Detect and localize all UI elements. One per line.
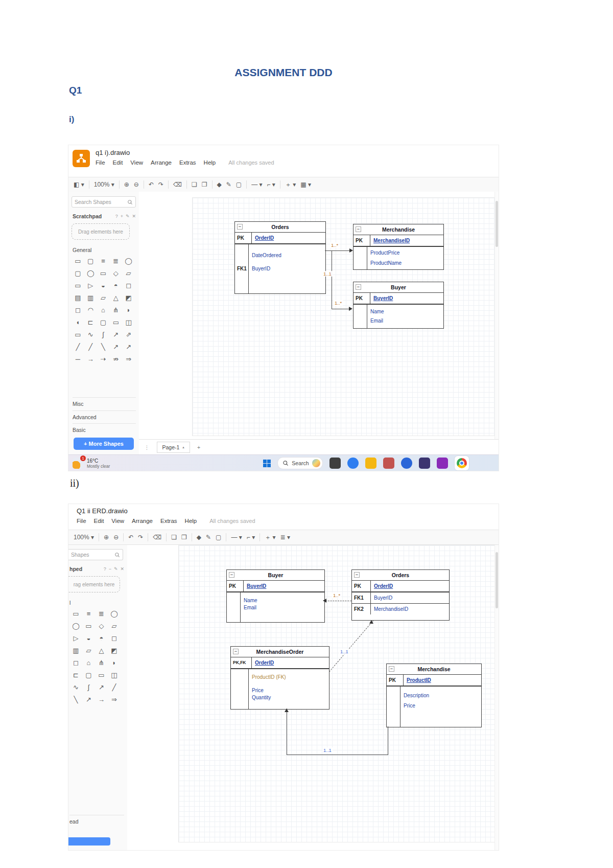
section-general[interactable]: l [69, 597, 124, 606]
line-color-button[interactable]: ✎ [226, 181, 231, 188]
shape-icon[interactable]: ∫ [97, 331, 110, 338]
shape-icon[interactable]: ∿ [69, 683, 82, 691]
fill-color-button[interactable]: ◆ [217, 181, 222, 188]
shape-search-input[interactable]: Search Shapes [72, 196, 136, 208]
menu-item[interactable]: Help [185, 518, 197, 524]
shape-icon[interactable]: ◩ [122, 294, 135, 302]
divider[interactable] [123, 533, 124, 541]
menu-item[interactable]: View [130, 159, 143, 166]
section-misc[interactable]: Misc [73, 397, 136, 407]
collapse-icon[interactable]: − [237, 224, 243, 230]
menu-item[interactable]: Edit [94, 518, 104, 524]
redo-button[interactable]: ↷ [138, 534, 143, 541]
shape-icon[interactable]: ◒ [97, 282, 110, 289]
edge-merchandise-mo-segment[interactable] [388, 726, 388, 755]
shape-icon[interactable]: ≡ [97, 257, 110, 265]
more-shapes-button-partial[interactable] [68, 837, 110, 846]
shape-icon[interactable]: ◯ [108, 610, 121, 618]
store-icon[interactable] [383, 458, 394, 469]
shape-icon[interactable]: ◗ [122, 306, 135, 314]
scratchpad-action-icon[interactable]: − [109, 566, 111, 572]
collapse-icon[interactable]: − [356, 284, 361, 290]
scratchpad-dropzone[interactable]: rag elements here [68, 576, 120, 592]
delete-button[interactable]: ⌫ [153, 534, 161, 541]
shape-icon[interactable]: ▱ [82, 647, 95, 654]
scratchpad-dropzone[interactable]: Drag elements here [72, 223, 130, 240]
shape-icon[interactable]: ◻ [122, 282, 135, 289]
section-basic[interactable]: Basic [73, 423, 136, 433]
shape-icon[interactable]: ⇏ [109, 355, 122, 363]
divider[interactable] [260, 533, 260, 541]
menu-item[interactable]: Arrange [151, 159, 172, 166]
shape-icon[interactable]: ≣ [95, 610, 108, 618]
pages-menu-icon[interactable]: ⋮ [144, 444, 150, 450]
shape-icon[interactable]: ≣ [109, 257, 122, 265]
shape-icon[interactable]: ◫ [108, 671, 121, 679]
shape-icon[interactable]: ◻ [108, 634, 121, 642]
zoom-out-button[interactable]: ⊖ [113, 534, 119, 541]
erd-table-merchandise-order[interactable]: −MerchandiseOrder PK,FK OrderID ProductI… [230, 646, 329, 710]
divider[interactable] [144, 180, 144, 189]
shape-icon[interactable]: ▭ [95, 671, 108, 679]
shape-icon[interactable]: ▱ [122, 269, 135, 277]
connection-style-button[interactable]: — ▾ [231, 534, 242, 541]
scratchpad-action-icon[interactable]: ✎ [126, 214, 130, 219]
page-tab[interactable]: Page-1▴ [157, 442, 190, 453]
shape-icon[interactable]: ◫ [122, 318, 135, 326]
delete-button[interactable]: ⌫ [173, 181, 182, 188]
section-general[interactable]: General [73, 244, 136, 253]
view-button[interactable]: ◧ ▾ [74, 181, 84, 188]
scratchpad-action-icon[interactable]: ✕ [132, 214, 136, 219]
shape-icon[interactable]: ▭ [109, 318, 122, 326]
insert-button[interactable]: ＋ ▾ [265, 533, 275, 542]
shape-icon[interactable]: ▭ [72, 331, 84, 338]
zoom-level-button[interactable]: 100% ▾ [94, 181, 114, 188]
shape-icon[interactable]: ⇒ [122, 355, 135, 363]
shape-icon[interactable]: ∿ [84, 331, 97, 338]
shape-icon[interactable]: ∫ [82, 683, 95, 691]
shape-icon[interactable]: ↗ [109, 343, 122, 351]
erd-table-buyer[interactable]: −Buyer PK BuyerID Name Email [226, 569, 325, 623]
edge-icon[interactable] [401, 458, 412, 469]
shape-icon[interactable]: ▤ [72, 294, 84, 302]
divider[interactable] [246, 180, 247, 189]
edge-merchandise-mo-segment[interactable] [287, 709, 287, 755]
shape-icon[interactable]: ⋔ [109, 306, 122, 314]
to-front-button[interactable]: ❏ [192, 181, 197, 188]
scratchpad-action-icon[interactable]: ✕ [120, 566, 124, 572]
scratchpad-action-icon[interactable]: + [121, 214, 123, 219]
shape-icon[interactable]: ╱ [108, 683, 121, 691]
edge-merchandise-mo[interactable] [287, 755, 388, 755]
divider[interactable] [280, 180, 280, 189]
scratchpad-action-icon[interactable]: ? [104, 566, 106, 572]
zoom-out-button[interactable]: ⊖ [134, 181, 139, 188]
menu-item[interactable]: File [77, 518, 86, 524]
chrome-active-slot[interactable] [455, 456, 469, 470]
zoom-level-button[interactable]: 100% ▾ [74, 534, 94, 541]
shape-icon[interactable]: ▥ [84, 294, 97, 302]
shape-icon[interactable]: ↗ [82, 696, 95, 703]
divider[interactable] [226, 533, 226, 541]
divider[interactable] [99, 533, 99, 541]
add-page-icon[interactable]: + [197, 444, 200, 450]
shape-icon[interactable]: ╲ [69, 696, 82, 703]
shape-icon[interactable]: ╱ [84, 343, 97, 351]
shape-icon[interactable]: ◻ [72, 306, 84, 314]
divider[interactable] [119, 180, 120, 189]
undo-button[interactable]: ↶ [128, 534, 133, 541]
fill-color-button[interactable]: ◆ [197, 534, 201, 541]
scratchpad-action-icon[interactable]: ? [115, 214, 118, 219]
erd-table-orders[interactable]: −Orders PK OrderID DateOrdered FK1 Buyer… [234, 221, 326, 294]
shape-icon[interactable]: ╱ [72, 343, 84, 351]
shape-icon[interactable]: ◖ [72, 318, 84, 326]
insert-button[interactable]: ＋ ▾ [285, 180, 296, 189]
redo-button[interactable]: ↷ [158, 181, 163, 188]
collapse-icon[interactable]: − [229, 572, 234, 578]
more-shapes-button[interactable]: + More Shapes [74, 438, 134, 450]
onenote-icon[interactable] [437, 458, 448, 469]
edge-orders-merchandise[interactable] [325, 250, 350, 251]
taskbar-search[interactable]: Search [277, 457, 322, 469]
shape-icon[interactable]: ⇗ [122, 331, 135, 338]
divider[interactable] [166, 533, 167, 541]
shape-icon[interactable]: ◒ [82, 634, 95, 642]
